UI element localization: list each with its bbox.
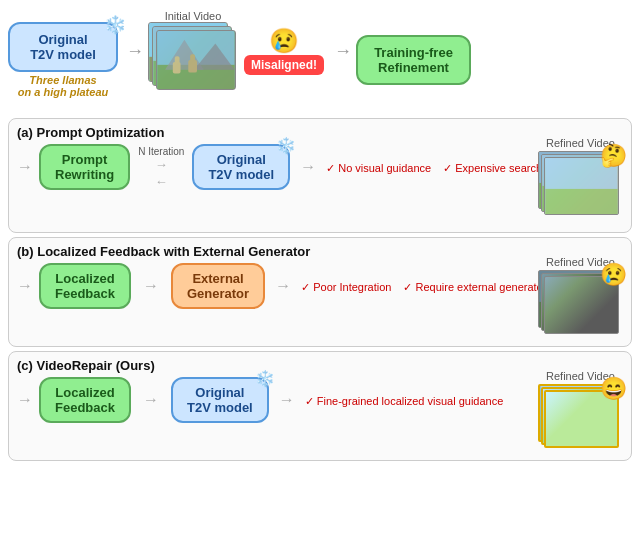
misaligned-label: Misaligned!	[251, 58, 317, 72]
video-frame-3	[156, 30, 236, 90]
section-b-content: → LocalizedFeedback → ExternalGenerator …	[17, 263, 623, 309]
refined-stack-a: 🤔	[538, 151, 623, 216]
section-b: (b) Localized Feedback with External Gen…	[8, 237, 632, 347]
emoji-a: 🤔	[600, 143, 627, 169]
section-c-title: (c) VideoRepair (Ours)	[17, 358, 623, 373]
section-c-green-box: LocalizedFeedback	[39, 377, 131, 423]
arrow-c-mid: →	[143, 391, 159, 409]
arrow-b-right: →	[275, 277, 291, 295]
main-container: ❄️ OriginalT2V model Three llamas on a h…	[0, 0, 640, 554]
check-b-1: Poor Integration	[301, 281, 391, 294]
section-a-title: (a) Prompt Optimization	[17, 125, 623, 140]
initial-video-col: Initial Video	[148, 10, 238, 92]
arrow-left-a: ←	[155, 174, 168, 189]
emoji-c: 😄	[600, 376, 627, 402]
section-c: (c) VideoRepair (Ours) → LocalizedFeedba…	[8, 351, 632, 461]
arrow-1: →	[126, 41, 144, 62]
section-b-title: (b) Localized Feedback with External Gen…	[17, 244, 623, 259]
snowflake-c: ❄️	[255, 369, 275, 388]
section-c-blue-box: ❄️ OriginalT2V model	[171, 377, 269, 423]
initial-video-stack	[148, 22, 238, 92]
misaligned-col: 😢 Misaligned!	[244, 27, 324, 75]
section-a-blue-box: ❄️ OriginalT2V model	[192, 144, 290, 190]
section-a-green-box: PromptRewriting	[39, 144, 130, 190]
prompt-text: Three llamas on a high plateau	[13, 74, 113, 98]
misaligned-emoji: 😢	[269, 27, 299, 55]
refined-video-c: Refined Video 😄	[538, 370, 623, 449]
original-t2v-box: ❄️ OriginalT2V model	[8, 22, 118, 72]
svg-rect-22	[175, 56, 180, 64]
section-b-green-box: LocalizedFeedback	[39, 263, 131, 309]
svg-rect-38	[545, 189, 617, 214]
refined-stack-c: 😄	[538, 384, 623, 449]
section-c-content: → LocalizedFeedback → ❄️ OriginalT2V mod…	[17, 377, 623, 423]
section-b-left-arrow: →	[17, 277, 33, 295]
section-a-content: → PromptRewriting N Iteration → ← ❄️ Ori…	[17, 144, 623, 190]
section-a: (a) Prompt Optimization → PromptRewritin…	[8, 118, 632, 233]
initial-video-label: Initial Video	[165, 10, 222, 22]
training-free-box: Training-freeRefinement	[356, 35, 471, 85]
emoji-b: 😢	[600, 262, 627, 288]
check-a-2: Expensive search	[443, 162, 542, 175]
top-area: ❄️ OriginalT2V model Three llamas on a h…	[8, 8, 632, 114]
snowflake-icon: ❄️	[104, 14, 126, 36]
arrow-2: →	[334, 41, 352, 62]
arrow-b-mid: →	[143, 277, 159, 295]
refined-video-b: Refined Video 😢	[538, 256, 623, 335]
section-c-left-arrow: →	[17, 391, 33, 409]
check-c-1: Fine-grained localized visual guidance	[305, 395, 504, 408]
arrow-c-right: →	[279, 391, 295, 409]
section-a-left-arrow: →	[17, 158, 33, 176]
arrow-to-refined-a: →	[300, 158, 316, 176]
original-t2v-label: OriginalT2V model	[22, 32, 104, 62]
top-t2v-col: ❄️ OriginalT2V model Three llamas on a h…	[8, 22, 118, 98]
check-b-2: Require external generator	[403, 281, 546, 294]
snowflake-a: ❄️	[276, 136, 296, 155]
refined-stack-b: 😢	[538, 270, 623, 335]
svg-rect-24	[190, 54, 195, 62]
misaligned-badge: Misaligned!	[244, 55, 324, 75]
check-a-1: No visual guidance	[326, 162, 431, 175]
arrow-right-a: →	[155, 157, 168, 172]
section-b-orange-box: ExternalGenerator	[171, 263, 265, 309]
refined-video-a: Refined Video 🤔	[538, 137, 623, 216]
n-iteration-arrows: N Iteration → ←	[138, 146, 184, 189]
n-iteration-label: N Iteration	[138, 146, 184, 157]
training-free-label: Training-freeRefinement	[374, 45, 453, 75]
